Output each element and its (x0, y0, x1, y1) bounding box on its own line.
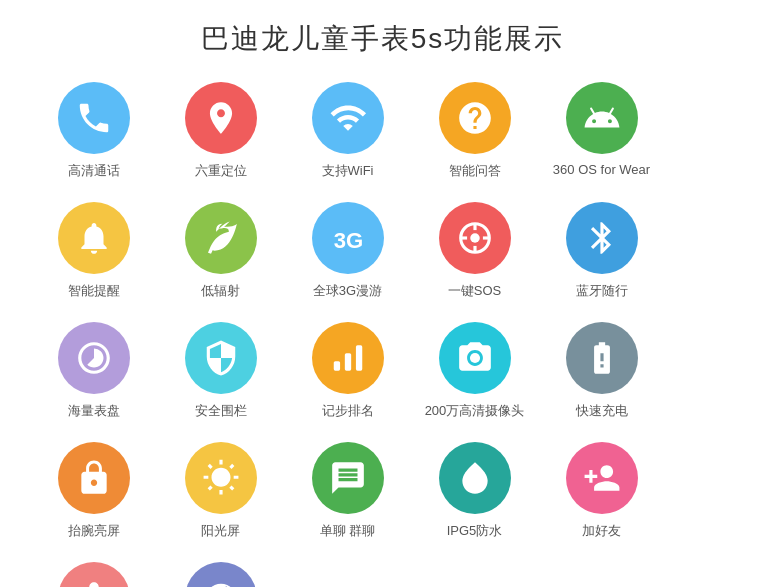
feature-item-chat: 单聊 群聊 (284, 442, 411, 540)
feature-item-shield: 安全围栏 (157, 322, 284, 420)
sun-label: 阳光屏 (201, 522, 240, 540)
3g-label: 全球3G漫游 (313, 282, 382, 300)
camera-label: 200万高清摄像头 (425, 402, 525, 420)
phone-label: 高清通话 (68, 162, 120, 180)
feature-item-bluetooth: 蓝牙随行 (538, 202, 665, 300)
feature-item-charge: 快速充电 (538, 322, 665, 420)
water-icon-circle (439, 442, 511, 514)
sos-label: 一键SOS (448, 282, 501, 300)
qa-icon-circle (439, 82, 511, 154)
charge-label: 快速充电 (576, 402, 628, 420)
watchface-icon-circle (58, 322, 130, 394)
bell-icon-circle (58, 202, 130, 274)
feature-item-watchface: 海量表盘 (30, 322, 157, 420)
charge-icon-circle (566, 322, 638, 394)
android-icon-circle (566, 82, 638, 154)
feature-item-water: IPG5防水 (411, 442, 538, 540)
chat-label: 单聊 群聊 (320, 522, 376, 540)
bluetooth-label: 蓝牙随行 (576, 282, 628, 300)
feature-item-3g: 3G全球3G漫游 (284, 202, 411, 300)
shield-icon-circle (185, 322, 257, 394)
qa-label: 智能问答 (449, 162, 501, 180)
feature-item-sun: 阳光屏 (157, 442, 284, 540)
wrist-icon-circle (58, 442, 130, 514)
svg-rect-9 (355, 345, 361, 370)
feature-item-location: 六重定位 (157, 82, 284, 180)
feature-grid: 高清通话六重定位支持WiFi智能问答360 OS for Wear智能提醒低辐射… (30, 82, 735, 587)
svg-point-10 (469, 353, 479, 363)
water-label: IPG5防水 (447, 522, 503, 540)
wrist-label: 抬腕亮屏 (68, 522, 120, 540)
android-label: 360 OS for Wear (553, 162, 650, 177)
svg-rect-8 (344, 353, 350, 370)
feature-item-wrist: 抬腕亮屏 (30, 442, 157, 540)
feature-item-wifi: 支持WiFi (284, 82, 411, 180)
shield-label: 安全围栏 (195, 402, 247, 420)
feature-item-leaf: 低辐射 (157, 202, 284, 300)
camera-icon-circle (439, 322, 511, 394)
feature-item-camera: 200万高清摄像头 (411, 322, 538, 420)
page-title: 巴迪龙儿童手表5s功能展示 (201, 20, 565, 58)
wifi-label: 支持WiFi (322, 162, 374, 180)
chat-icon-circle (312, 442, 384, 514)
voice-icon-circle (58, 562, 130, 587)
feature-item-sos: 一键SOS (411, 202, 538, 300)
feature-item-monitor: 远程监听 (157, 562, 284, 587)
monitor-icon-circle (185, 562, 257, 587)
addfriend-icon-circle (566, 442, 638, 514)
location-icon-circle (185, 82, 257, 154)
svg-point-2 (470, 233, 480, 243)
3g-icon-circle: 3G (312, 202, 384, 274)
sun-icon-circle (185, 442, 257, 514)
feature-item-android: 360 OS for Wear (538, 82, 665, 180)
feature-item-qa: 智能问答 (411, 82, 538, 180)
feature-item-steps: 记步排名 (284, 322, 411, 420)
leaf-label: 低辐射 (201, 282, 240, 300)
feature-item-addfriend: 加好友 (538, 442, 665, 540)
feature-item-voice: 趣味变声 (30, 562, 157, 587)
svg-text:3G: 3G (333, 228, 363, 253)
steps-icon-circle (312, 322, 384, 394)
svg-rect-7 (333, 361, 339, 371)
steps-label: 记步排名 (322, 402, 374, 420)
addfriend-label: 加好友 (582, 522, 621, 540)
bell-label: 智能提醒 (68, 282, 120, 300)
feature-item-phone: 高清通话 (30, 82, 157, 180)
sos-icon-circle (439, 202, 511, 274)
wifi-icon-circle (312, 82, 384, 154)
location-label: 六重定位 (195, 162, 247, 180)
feature-item-bell: 智能提醒 (30, 202, 157, 300)
leaf-icon-circle (185, 202, 257, 274)
watchface-label: 海量表盘 (68, 402, 120, 420)
phone-icon-circle (58, 82, 130, 154)
bluetooth-icon-circle (566, 202, 638, 274)
